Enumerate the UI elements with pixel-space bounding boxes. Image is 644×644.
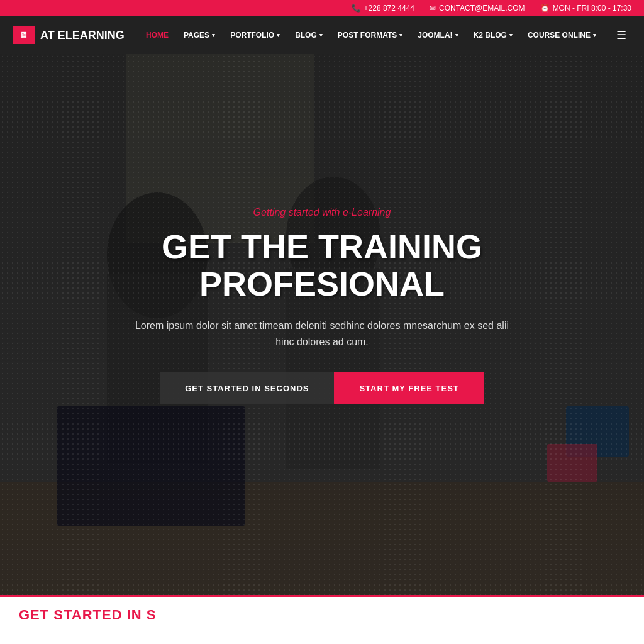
chevron-down-icon: ▾ [277,32,280,38]
nav-item-k2blog[interactable]: K2 BLOG ▾ [466,18,520,52]
start-free-test-button[interactable]: START MY FREE TEST [334,372,484,404]
logo-text: AT ELEARNING [40,29,125,42]
nav-item-portfolio[interactable]: PORTFOLIO ▾ [223,18,287,52]
header: 🖥 AT ELEARNING HOME PAGES ▾ PORTFOLIO ▾ … [0,16,644,54]
logo[interactable]: 🖥 AT ELEARNING [13,26,138,44]
get-started-button[interactable]: GET STARTED IN SECONDS [160,372,334,404]
nav-item-course-online[interactable]: COURSE ONLINE ▾ [520,18,604,52]
hero-section: Getting started with e-Learning GET THE … [0,54,644,595]
hero-buttons: GET STARTED IN SECONDS START MY FREE TES… [38,372,606,404]
hero-title: GET THE TRAINING PROFESIONAL [38,228,606,303]
nav-item-joomla[interactable]: JOOMLA! ▾ [410,18,465,52]
bottom-bar: GET STARTED IN S [0,595,644,633]
hero-subtitle: Getting started with e-Learning [38,207,606,218]
email-item: ✉ CONTACT@EMAIL.COM [430,4,525,13]
nav-item-post-formats[interactable]: POST FORMATS ▾ [330,18,410,52]
chevron-down-icon: ▾ [399,32,402,38]
hamburger-menu-button[interactable]: ☰ [611,23,631,47]
top-bar: 📞 +228 872 4444 ✉ CONTACT@EMAIL.COM ⏰ MO… [0,0,644,16]
hero-description: Lorem ipsum dolor sit amet timeam deleni… [133,318,511,350]
phone-item: 📞 +228 872 4444 [352,4,414,13]
chevron-down-icon: ▾ [593,32,596,38]
chevron-down-icon: ▾ [319,32,323,38]
main-nav: HOME PAGES ▾ PORTFOLIO ▾ BLOG ▾ POST FOR… [138,18,611,52]
nav-item-pages[interactable]: PAGES ▾ [176,18,223,52]
email-address: CONTACT@EMAIL.COM [439,4,525,13]
hours-item: ⏰ MON - FRI 8:00 - 17:30 [540,4,631,13]
nav-item-home[interactable]: HOME [138,18,176,52]
chevron-down-icon: ▾ [455,32,458,38]
phone-icon: 📞 [352,4,361,13]
email-icon: ✉ [430,4,436,13]
logo-icon: 🖥 [13,26,35,44]
chevron-down-icon: ▾ [509,32,513,38]
hero-content: Getting started with e-Learning GET THE … [0,207,644,405]
nav-item-blog[interactable]: BLOG ▾ [287,18,330,52]
clock-icon: ⏰ [540,4,550,13]
business-hours: MON - FRI 8:00 - 17:30 [553,4,631,13]
chevron-down-icon: ▾ [212,32,215,38]
bottom-bar-text: GET STARTED IN S [19,607,157,623]
phone-number: +228 872 4444 [364,4,414,13]
